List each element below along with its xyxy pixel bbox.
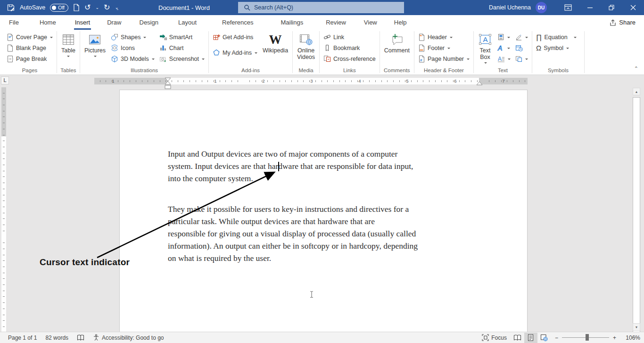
zoom-slider[interactable] <box>562 337 609 338</box>
tab-file[interactable]: File <box>3 15 25 30</box>
signature-line-button[interactable] <box>513 32 530 42</box>
tab-home[interactable]: Home <box>33 15 62 30</box>
proofing-button[interactable] <box>73 332 89 343</box>
group-header-footer: Header Footer # Page Number Header & Foo… <box>414 30 473 75</box>
document-body[interactable]: Input and Output devices are two of majo… <box>168 135 484 283</box>
new-document-icon[interactable] <box>73 4 80 11</box>
ribbon-display-options-icon[interactable] <box>557 0 579 15</box>
chevron-down-icon <box>574 37 577 40</box>
save-icon[interactable] <box>7 3 15 12</box>
screenshot-button[interactable]: Screenshot <box>157 53 207 64</box>
text-box-button[interactable]: A Text Box <box>475 30 495 65</box>
link-button[interactable]: Link <box>321 32 378 42</box>
indent-markers[interactable] <box>164 77 172 89</box>
tab-draw[interactable]: Draw <box>101 15 127 30</box>
object-button[interactable] <box>513 53 530 64</box>
undo-dropdown-icon[interactable]: ⌄ <box>95 6 99 10</box>
comment-button[interactable]: Comment <box>381 30 413 54</box>
wikipedia-button[interactable]: W Wikipedia <box>260 30 291 54</box>
scrollbar-down-button[interactable]: ▼ <box>633 323 640 331</box>
minimize-button[interactable] <box>579 0 601 15</box>
tab-layout[interactable]: Layout <box>172 15 203 30</box>
close-button[interactable] <box>622 0 644 15</box>
date-time-button[interactable] <box>513 42 530 53</box>
user-name[interactable]: Daniel Uchenna <box>489 4 531 11</box>
page-break-button[interactable]: Page Break <box>4 53 55 64</box>
3d-models-icon <box>111 55 118 63</box>
screenshot-icon <box>159 55 167 62</box>
ruler-number: 4 <box>357 78 362 84</box>
avatar[interactable]: DU <box>536 2 547 13</box>
drop-cap-button[interactable]: A <box>495 53 513 64</box>
cross-reference-button[interactable]: Cross-reference <box>321 53 378 64</box>
get-addins-button[interactable]: Get Add-ins <box>210 32 260 42</box>
undo-icon[interactable]: ↺ <box>84 4 91 11</box>
quick-parts-button[interactable] <box>495 32 513 42</box>
print-layout-icon <box>528 334 534 341</box>
chevron-down-icon <box>447 48 450 50</box>
wordart-button[interactable]: A <box>495 42 513 53</box>
page-count[interactable]: Page 1 of 1 <box>4 332 41 343</box>
pictures-button[interactable]: Pictures <box>82 30 108 59</box>
footer-button[interactable]: Footer <box>416 42 472 53</box>
tab-help[interactable]: Help <box>388 15 413 30</box>
page-number-button[interactable]: # Page Number <box>416 53 472 64</box>
search-input[interactable]: Search (Alt+Q) <box>238 2 404 13</box>
tab-references[interactable]: References <box>216 15 259 30</box>
my-addins-button[interactable]: My Add-ins <box>210 47 260 58</box>
icons-button[interactable]: Icons <box>108 42 157 53</box>
right-indent-marker[interactable] <box>476 81 483 85</box>
online-videos-button[interactable]: Online Videos <box>294 30 318 60</box>
collapse-ribbon-icon[interactable]: ⌃ <box>634 66 638 72</box>
restore-button[interactable] <box>601 0 622 15</box>
vertical-ruler[interactable] <box>1 87 6 332</box>
group-text: A Text Box A A <box>474 30 532 75</box>
focus-button[interactable]: Focus <box>478 332 511 343</box>
horizontal-ruler[interactable]: 1 1 2 3 4 5 6 7 <box>94 78 528 84</box>
paragraph-2[interactable]: They make it possible for users to key-i… <box>168 203 484 264</box>
blank-page-button[interactable]: Blank Page <box>4 42 55 53</box>
chart-button[interactable]: Chart <box>157 42 207 53</box>
header-button[interactable]: Header <box>416 32 472 42</box>
zoom-slider-handle[interactable] <box>586 334 589 341</box>
equation-button[interactable]: ∏ Equation <box>534 32 579 42</box>
group-label-header-footer: Header & Footer <box>416 67 472 75</box>
table-button[interactable]: Table <box>58 30 78 59</box>
accessibility-status[interactable]: Accessibility: Good to go <box>89 332 168 343</box>
equation-icon: ∏ <box>536 33 542 41</box>
zoom-in-button[interactable]: + <box>613 332 620 343</box>
zoom-level[interactable]: 106% <box>620 335 640 341</box>
customize-quick-access-icon[interactable]: ⌄̱ <box>115 5 118 10</box>
chevron-down-icon <box>152 59 155 61</box>
zoom-out-button[interactable]: − <box>551 332 558 343</box>
web-layout-button[interactable] <box>537 333 551 343</box>
text-cursor <box>278 162 279 171</box>
quick-parts-icon <box>497 33 504 41</box>
smartart-button[interactable]: SmartArt <box>157 32 207 42</box>
cover-page-button[interactable]: Cover Page <box>4 32 55 42</box>
symbol-button[interactable]: Ω Symbol <box>534 42 579 53</box>
scrollbar-thumb[interactable] <box>633 97 640 332</box>
group-symbols: ∏ Equation Ω Symbol Symbols <box>532 30 584 75</box>
bookmark-button[interactable]: Bookmark <box>321 42 378 53</box>
share-button[interactable]: Share <box>610 19 636 26</box>
tab-insert[interactable]: Insert <box>69 15 97 30</box>
scrollbar-up-button[interactable]: ▲ <box>633 88 640 95</box>
shapes-button[interactable]: Shapes <box>108 32 157 42</box>
print-layout-button[interactable] <box>524 333 537 343</box>
link-icon <box>323 33 331 41</box>
word-count[interactable]: 82 words <box>41 332 73 343</box>
tab-review[interactable]: Review <box>320 15 352 30</box>
redo-icon[interactable]: ↻ <box>104 4 110 11</box>
document-page[interactable]: Input and Output devices are two of majo… <box>119 90 528 332</box>
tab-stop-selector[interactable]: L <box>1 76 9 84</box>
autosave-toggle[interactable]: Off <box>50 4 68 12</box>
read-mode-button[interactable] <box>511 333 524 343</box>
focus-icon <box>482 334 489 341</box>
3d-models-button[interactable]: 3D Models <box>108 53 157 64</box>
paragraph-1[interactable]: Input and Output devices are two of majo… <box>168 148 484 184</box>
tab-mailings[interactable]: Mailings <box>275 15 310 30</box>
tab-design[interactable]: Design <box>133 15 165 30</box>
ruler-number: 1 <box>111 78 116 84</box>
tab-view[interactable]: View <box>358 15 383 30</box>
